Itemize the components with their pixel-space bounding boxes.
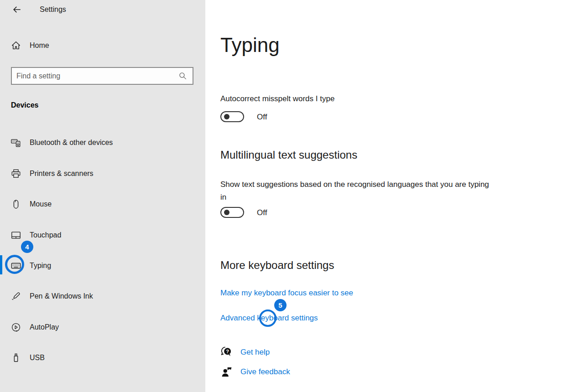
toggle-knob: [224, 114, 229, 119]
sidebar-item-label: Mouse: [30, 200, 52, 208]
give-feedback-link[interactable]: Give feedback: [240, 367, 290, 377]
page-title: Typing: [220, 34, 280, 57]
pen-icon: [11, 291, 21, 301]
sidebar-item-mouse[interactable]: Mouse: [0, 195, 205, 213]
search-box: [11, 67, 193, 85]
main-content: Typing Autocorrect misspelt words I type…: [205, 0, 584, 392]
sidebar-item-touchpad[interactable]: Touchpad: [0, 226, 205, 244]
multilingual-toggle-state: Off: [257, 208, 267, 217]
multilingual-toggle[interactable]: [220, 207, 244, 218]
printer-icon: [11, 169, 21, 179]
sidebar-item-label: AutoPlay: [30, 323, 59, 331]
sidebar-section-title: Devices: [11, 101, 39, 109]
toggle-knob: [224, 210, 229, 215]
autocorrect-toggle[interactable]: [220, 111, 244, 122]
sidebar-item-printers[interactable]: Printers & scanners: [0, 165, 205, 183]
get-help-icon: ?: [220, 345, 233, 359]
sidebar-item-label: USB: [30, 354, 45, 362]
usb-icon: [11, 353, 21, 363]
multilingual-section-title: Multilingual text suggestions: [220, 149, 357, 161]
sidebar-item-typing[interactable]: Typing: [0, 257, 205, 275]
mouse-icon: [11, 199, 21, 209]
settings-window: Settings Home Devices Bluetooth & other …: [0, 0, 584, 392]
sidebar-item-autoplay[interactable]: AutoPlay: [0, 318, 205, 336]
sidebar-item-usb[interactable]: USB: [0, 349, 205, 367]
sidebar-item-bluetooth[interactable]: Bluetooth & other devices: [0, 134, 205, 152]
sidebar-item-home[interactable]: Home: [0, 36, 205, 55]
sidebar-item-label: Bluetooth & other devices: [30, 139, 113, 147]
keyboard-focus-link[interactable]: Make my keyboard focus easier to see: [220, 289, 353, 298]
bluetooth-devices-icon: [11, 138, 21, 148]
touchpad-icon: [11, 230, 21, 240]
sidebar-item-label: Home: [30, 41, 49, 50]
sidebar-item-label: Touchpad: [30, 231, 61, 239]
advanced-keyboard-settings-link[interactable]: Advanced keyboard settings: [220, 314, 318, 323]
autoplay-icon: [11, 322, 21, 332]
sidebar-item-label: Typing: [30, 262, 51, 270]
app-title: Settings: [40, 5, 66, 14]
multilingual-description: Show text suggestions based on the recog…: [220, 178, 494, 204]
svg-text:?: ?: [226, 349, 229, 354]
back-arrow-icon: [12, 5, 22, 15]
sidebar-item-label: Printers & scanners: [30, 170, 94, 178]
more-keyboard-section-title: More keyboard settings: [220, 259, 334, 272]
keyboard-icon: [11, 261, 21, 271]
search-icon[interactable]: [177, 71, 189, 81]
autocorrect-toggle-state: Off: [257, 113, 267, 122]
home-icon: [11, 41, 21, 51]
sidebar-item-pen[interactable]: Pen & Windows Ink: [0, 287, 205, 305]
give-feedback-icon: [220, 365, 233, 379]
sidebar-item-label: Pen & Windows Ink: [30, 292, 93, 300]
sidebar: Settings Home Devices Bluetooth & other …: [0, 0, 205, 392]
autocorrect-setting-label: Autocorrect misspelt words I type: [220, 94, 334, 103]
get-help-link[interactable]: Get help: [240, 348, 270, 357]
search-input[interactable]: [12, 72, 177, 80]
back-button[interactable]: [8, 3, 26, 16]
